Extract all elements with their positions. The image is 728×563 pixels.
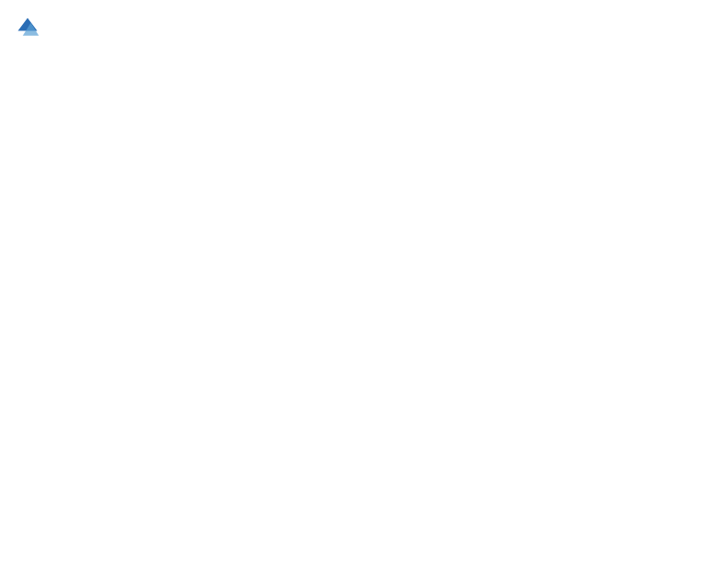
page-header (15, 15, 713, 40)
logo (15, 15, 44, 40)
logo-icon (15, 15, 40, 40)
